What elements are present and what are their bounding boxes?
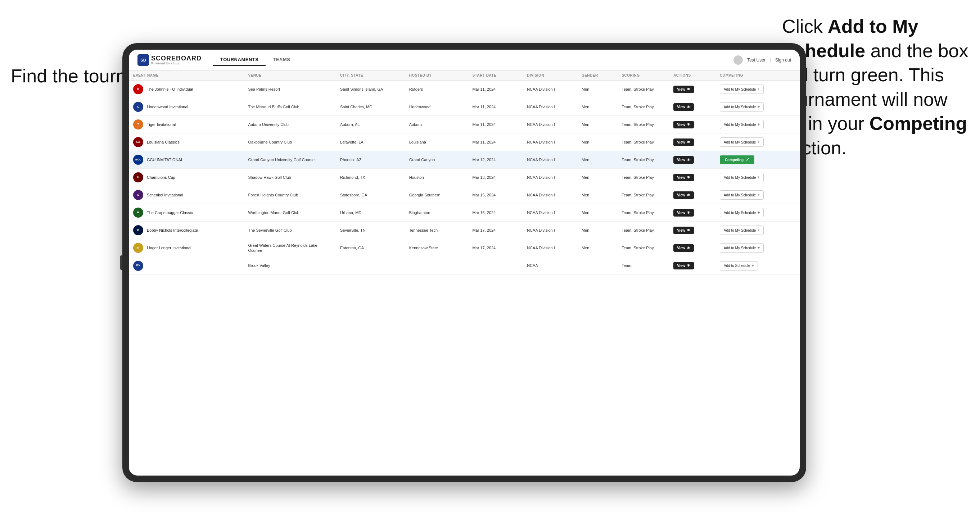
add-to-schedule-button[interactable]: Add to My Schedule + [720,225,764,235]
sign-out-link[interactable]: Sign out [775,57,791,63]
actions-cell: View 👁 [669,222,716,239]
scoring-cell: Team, Stroke Play [617,169,669,186]
competing-cell: Add to My Schedule + [716,186,800,204]
eye-icon: 👁 [687,158,690,162]
scoring-cell: Team, Stroke Play [617,186,669,204]
table-row: LA Louisiana Classics Oakbourne Country … [129,133,800,151]
nav-tabs: TOURNAMENTS TEAMS [213,54,297,66]
add-to-schedule-button[interactable]: Add to My Schedule + [720,102,764,111]
scoring-cell: Team, Stroke Play [617,81,669,98]
logo-area: SB SCOREBOARD Powered by clippd [137,54,202,66]
date-cell: Mar 11, 2024 [468,133,523,151]
view-button[interactable]: View 👁 [673,121,694,129]
view-button[interactable]: View 👁 [673,244,694,252]
table-row: B Bobby Nichols Intercollegiate The Sevi… [129,222,800,239]
hosted-cell [405,257,468,275]
table-row: L Lindenwood Invitational The Missouri B… [129,98,800,116]
hosted-cell: Grand Canyon [405,151,468,169]
col-header-division: DIVISION [523,70,577,81]
team-logo: BV [133,261,143,271]
add-to-schedule-button[interactable]: Add to My Schedule + [720,173,764,182]
add-to-schedule-button[interactable]: Add to My Schedule + [720,137,764,147]
city-cell: Auburn, AL [336,116,405,133]
division-cell: NCAA Division I [523,204,577,222]
tournaments-table: EVENT NAME VENUE CITY, STATE HOSTED BY S… [129,70,800,275]
tab-teams[interactable]: TEAMS [266,54,297,66]
event-name: Champions Cup [147,175,175,180]
view-button[interactable]: View 👁 [673,227,694,234]
competing-cell: Add to My Schedule + [716,169,800,186]
plus-icon: + [757,228,760,233]
plus-icon: + [757,104,760,110]
hosted-cell: Kennesaw State [405,239,468,257]
competing-cell: Add to My Schedule + [716,222,800,239]
team-logo: LA [133,137,143,147]
view-button[interactable]: View 👁 [673,191,694,199]
venue-cell: Worthington Manor Golf Club [243,204,336,222]
tablet-side-button [120,256,123,270]
hosted-cell: Houston [405,169,468,186]
venue-cell: Oakbourne Country Club [243,133,336,151]
gender-cell: Men [577,239,617,257]
event-cell: L Lindenwood Invitational [133,102,239,112]
tablet-screen: SB SCOREBOARD Powered by clippd TOURNAME… [129,50,800,476]
plus-icon: + [757,175,760,180]
event-name: Lindenwood Invitational [147,104,188,110]
city-cell: Saint Simons Island, GA [336,81,405,98]
add-to-schedule-button[interactable]: Add to My Schedule + [720,208,764,217]
division-cell: NCAA Division I [523,169,577,186]
event-cell: T Tiger Invitational [133,119,239,130]
eye-icon: 👁 [687,105,690,109]
table-row: K Linger Longer Invitational Great Water… [129,239,800,257]
eye-icon: 👁 [687,123,690,127]
team-logo: T [133,119,143,130]
scoring-cell: Team, Stroke Play [617,116,669,133]
logo-text: SCOREBOARD [151,55,202,62]
col-header-actions: ACTIONS [669,70,716,81]
gender-cell: Men [577,169,617,186]
gender-cell: Men [577,204,617,222]
event-cell: BV [133,261,239,271]
city-cell: Urbana, MD [336,204,405,222]
actions-cell: View 👁 [669,151,716,169]
scoring-cell: Team, Stroke Play [617,239,669,257]
header-right: Test User | Sign out [733,56,791,65]
view-button[interactable]: View 👁 [673,262,694,270]
event-cell: B The Carpetbagger Classic [133,208,239,217]
division-cell: NCAA Division I [523,222,577,239]
add-to-schedule-button[interactable]: Add to My Schedule + [720,243,764,252]
view-button[interactable]: View 👁 [673,174,694,181]
add-to-schedule-button[interactable]: Add to My Schedule + [720,120,764,129]
actions-cell: View 👁 [669,239,716,257]
hosted-cell: Binghamton [405,204,468,222]
team-logo: L [133,102,143,112]
plus-icon: + [751,264,754,268]
event-cell: R The Johnnie - O Individual [133,84,239,94]
table-container[interactable]: EVENT NAME VENUE CITY, STATE HOSTED BY S… [129,70,800,476]
view-button[interactable]: View 👁 [673,156,694,163]
view-button[interactable]: View 👁 [673,86,694,93]
col-header-hosted: HOSTED BY [405,70,468,81]
eye-icon: 👁 [687,229,690,232]
actions-cell: View 👁 [669,116,716,133]
date-cell: Mar 17, 2024 [468,239,523,257]
competing-cell: Add to My Schedule + [716,204,800,222]
gender-cell: Men [577,116,617,133]
team-logo: R [133,84,143,94]
competing-button[interactable]: Competing ✓ [720,156,754,164]
actions-cell: View 👁 [669,204,716,222]
venue-cell: Grand Canyon University Golf Course [243,151,336,169]
team-logo: GCU [133,155,143,165]
hosted-cell: Louisiana [405,133,468,151]
tab-tournaments[interactable]: TOURNAMENTS [213,54,266,66]
view-button[interactable]: View 👁 [673,138,694,146]
view-button[interactable]: View 👁 [673,103,694,111]
add-to-schedule-button[interactable]: Add to Schedule + [720,261,758,270]
add-to-schedule-button[interactable]: Add to My Schedule + [720,84,764,94]
checkmark-icon: ✓ [746,157,749,162]
view-button[interactable]: View 👁 [673,209,694,217]
division-cell: NCAA Division I [523,133,577,151]
city-cell: Phoenix, AZ [336,151,405,169]
venue-cell: The Missouri Bluffs Golf Club [243,98,336,116]
add-to-schedule-button[interactable]: Add to My Schedule + [720,190,764,200]
